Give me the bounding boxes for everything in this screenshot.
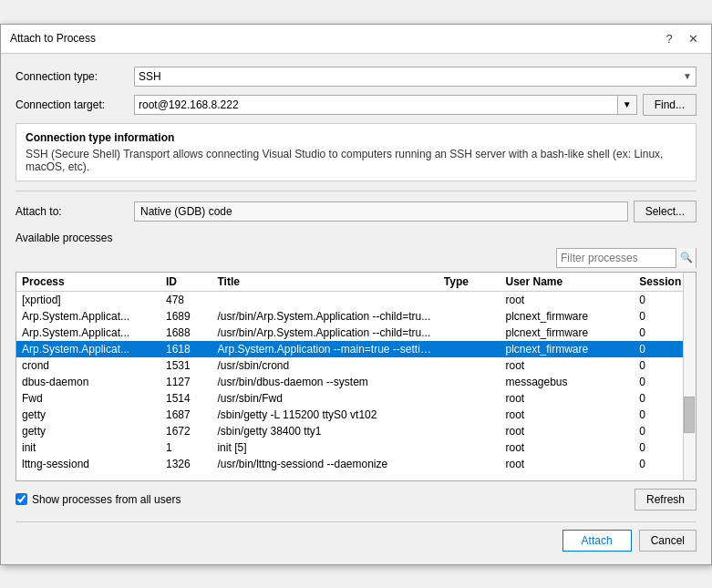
available-processes-label: Available processes — [15, 232, 697, 244]
cell-type — [439, 374, 500, 390]
action-buttons: Attach Cancel — [15, 521, 697, 552]
cell-process: dbus-daemon — [16, 374, 160, 390]
filter-input-wrap: 🔍 — [556, 248, 697, 268]
cell-title: /usr/bin/dbus-daemon --system — [212, 374, 438, 390]
process-table-wrap: Process ID Title Type User Name Session … — [15, 272, 697, 481]
cell-id: 1127 — [160, 374, 212, 390]
table-row[interactable]: Fwd1514/usr/sbin/Fwdroot0 — [16, 390, 696, 407]
connection-target-input[interactable] — [134, 95, 617, 115]
cell-id: 1326 — [160, 456, 212, 472]
cell-type — [439, 357, 500, 374]
dialog-content: Connection type: SSH ▼ Connection target… — [1, 54, 711, 564]
attach-value: Native (GDB) code — [134, 201, 628, 222]
cell-title: /usr/bin/Arp.System.Application --child=… — [212, 325, 438, 341]
find-button[interactable]: Find... — [643, 94, 697, 116]
cell-username: root — [500, 456, 635, 472]
attach-to-label: Attach to: — [15, 205, 134, 218]
connection-info-box: Connection type information SSH (Secure … — [15, 123, 697, 181]
cell-username: messagebus — [500, 374, 635, 390]
cell-title: /sbin/getty -L 115200 ttyS0 vt102 — [212, 407, 438, 423]
cell-id: 1687 — [160, 407, 212, 423]
show-all-users-checkbox[interactable] — [15, 493, 27, 505]
table-row[interactable]: getty1687/sbin/getty -L 115200 ttyS0 vt1… — [16, 407, 696, 423]
connection-type-select[interactable]: SSH ▼ — [134, 67, 697, 87]
table-row[interactable]: lttng-sessiond1326/usr/bin/lttng-session… — [16, 456, 696, 472]
cell-type — [439, 308, 500, 325]
cell-process: getty — [16, 407, 160, 423]
col-header-process: Process — [16, 273, 160, 292]
cell-process: getty — [16, 423, 160, 439]
cell-id: 1618 — [160, 341, 212, 357]
connection-type-control: SSH ▼ — [134, 67, 697, 87]
filter-input[interactable] — [557, 252, 676, 264]
attach-to-control: Native (GDB) code Select... — [134, 201, 697, 222]
table-row[interactable]: crond1531/usr/sbin/crondroot0 — [16, 357, 696, 374]
table-header-row: Process ID Title Type User Name Session — [16, 273, 696, 292]
connection-type-row: Connection type: SSH ▼ — [15, 67, 697, 87]
cell-username: plcnext_firmware — [500, 341, 635, 357]
cell-title: Arp.System.Application --main=true --set… — [212, 341, 438, 357]
cell-type — [439, 439, 500, 456]
attach-to-row: Attach to: Native (GDB) code Select... — [15, 201, 697, 222]
table-row[interactable]: dbus-daemon1127/usr/bin/dbus-daemon --sy… — [16, 374, 696, 390]
col-header-username: User Name — [500, 273, 635, 292]
info-box-title: Connection type information — [26, 131, 686, 144]
cell-id: 1531 — [160, 357, 212, 374]
cell-title: init [5] — [212, 439, 438, 456]
bottom-row: Show processes from all users Refresh — [15, 489, 697, 511]
connection-target-row: Connection target: ▼ Find... — [15, 94, 697, 116]
cell-title: /usr/bin/lttng-sessiond --daemonize — [212, 456, 438, 472]
show-all-users-label: Show processes from all users — [32, 493, 181, 506]
cell-process: Arp.System.Applicat... — [16, 325, 160, 341]
cell-title: /usr/sbin/crond — [212, 357, 438, 374]
cell-type — [439, 291, 500, 308]
cell-username: root — [500, 357, 635, 374]
cell-title: /usr/bin/Arp.System.Application --child=… — [212, 308, 438, 325]
attach-button[interactable]: Attach — [562, 530, 632, 552]
connection-target-label: Connection target: — [15, 98, 134, 111]
process-table-body: [xprtiod]478root0Arp.System.Applicat...1… — [16, 291, 696, 472]
cell-type — [439, 325, 500, 341]
refresh-button[interactable]: Refresh — [635, 489, 697, 511]
titlebar-buttons: ? ✕ — [660, 29, 702, 47]
cell-username: root — [500, 291, 635, 308]
connection-target-dropdown-btn[interactable]: ▼ — [617, 95, 637, 115]
filter-row: 🔍 — [15, 248, 697, 268]
cancel-button[interactable]: Cancel — [639, 530, 697, 552]
cell-process: init — [16, 439, 160, 456]
cell-type — [439, 456, 500, 472]
dialog-title: Attach to Process — [10, 32, 96, 45]
table-row[interactable]: getty1672/sbin/getty 38400 tty1root0 — [16, 423, 696, 439]
table-row[interactable]: Arp.System.Applicat...1618Arp.System.App… — [16, 341, 696, 357]
cell-process: Fwd — [16, 390, 160, 407]
cell-id: 1514 — [160, 390, 212, 407]
cell-id: 1689 — [160, 308, 212, 325]
scrollbar[interactable] — [683, 273, 696, 480]
scrollbar-thumb[interactable] — [684, 397, 695, 433]
col-header-title: Title — [212, 273, 438, 292]
cell-type — [439, 390, 500, 407]
close-button[interactable]: ✕ — [684, 29, 702, 47]
divider — [15, 191, 697, 191]
info-box-text: SSH (Secure Shell) Transport allows conn… — [26, 148, 686, 173]
table-row[interactable]: [xprtiod]478root0 — [16, 291, 696, 308]
select-button[interactable]: Select... — [634, 201, 697, 222]
table-row[interactable]: Arp.System.Applicat...1688/usr/bin/Arp.S… — [16, 325, 696, 341]
cell-process: [xprtiod] — [16, 291, 160, 308]
table-row[interactable]: Arp.System.Applicat...1689/usr/bin/Arp.S… — [16, 308, 696, 325]
cell-title — [212, 291, 438, 308]
col-header-id: ID — [160, 273, 212, 292]
table-row[interactable]: init1init [5]root0 — [16, 439, 696, 456]
filter-search-icon[interactable]: 🔍 — [676, 248, 696, 268]
cell-username: root — [500, 423, 635, 439]
help-button[interactable]: ? — [660, 29, 678, 47]
cell-type — [439, 341, 500, 357]
process-table: Process ID Title Type User Name Session … — [16, 273, 696, 472]
cell-process: lttng-sessiond — [16, 456, 160, 472]
show-all-users-checkbox-label[interactable]: Show processes from all users — [15, 493, 181, 506]
cell-username: root — [500, 407, 635, 423]
connection-target-combo: ▼ — [134, 95, 637, 115]
cell-process: Arp.System.Applicat... — [16, 341, 160, 357]
cell-type — [439, 407, 500, 423]
cell-process: crond — [16, 357, 160, 374]
